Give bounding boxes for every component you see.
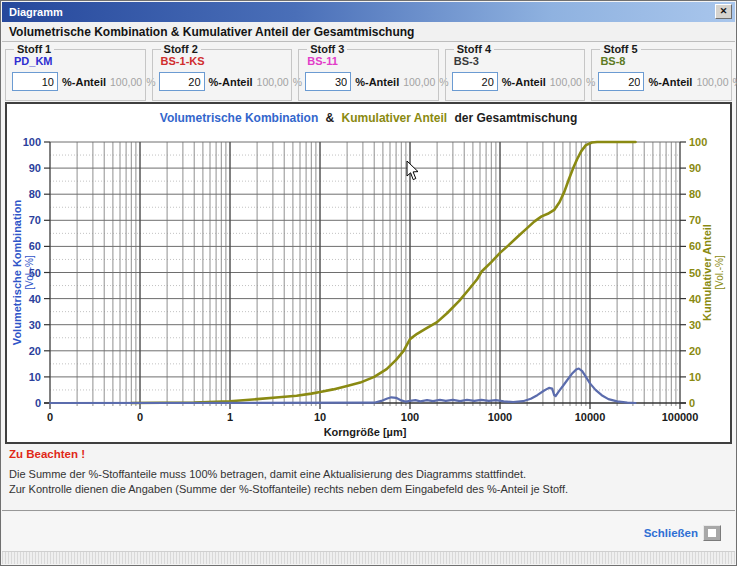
svg-text:50: 50 [689, 267, 701, 279]
material-name-5: BS-8 [600, 55, 725, 67]
close-icon[interactable]: ✕ [715, 4, 732, 19]
svg-text:0: 0 [137, 411, 143, 423]
material-name-4: BS-3 [454, 55, 579, 67]
svg-text:10: 10 [29, 371, 41, 383]
sum-value-5: 100,00 [696, 76, 728, 88]
stoff-1-legend: Stoff 1 [14, 43, 54, 55]
sum-value-3: 100,00 [403, 76, 435, 88]
svg-text:0: 0 [35, 397, 41, 409]
plot-svg: 0011010010001000010000000101020203030404… [7, 130, 730, 442]
svg-text:40: 40 [689, 293, 701, 305]
svg-text:30: 30 [29, 319, 41, 331]
dialog-window: Diagramm ✕ Volumetrische Kombination & K… [0, 0, 737, 566]
sum-value-1: 100,00 [110, 76, 142, 88]
percent-label-1: %-Anteil [62, 76, 106, 88]
svg-text:1000: 1000 [488, 411, 512, 423]
svg-text:90: 90 [689, 162, 701, 174]
percent-label-3: %-Anteil [355, 76, 399, 88]
stoff-5-legend: Stoff 5 [600, 43, 640, 55]
percent-label-5: %-Anteil [648, 76, 692, 88]
dialog-header-title: Volumetrische Kombination & Kumulativer … [9, 25, 414, 39]
stoff-panel-3: Stoff 3 BS-11 %-Anteil 100,00 % [298, 43, 439, 101]
svg-text:40: 40 [29, 293, 41, 305]
svg-text:10: 10 [689, 371, 701, 383]
material-name-1: PD_KM [14, 55, 139, 67]
sum-value-4: 100,00 [550, 76, 582, 88]
sum-unit-5: % [733, 76, 737, 88]
svg-text:80: 80 [689, 188, 701, 200]
svg-text:100000: 100000 [662, 411, 699, 423]
svg-text:0: 0 [689, 397, 695, 409]
svg-text:[Vol.-%]: [Vol.-%] [24, 255, 35, 290]
svg-text:20: 20 [689, 345, 701, 357]
notes-line-1: Die Summe der %-Stoffanteile muss 100% b… [9, 467, 728, 482]
svg-text:20: 20 [29, 345, 41, 357]
chart-title-part-1: Volumetrische Kombination [160, 111, 318, 125]
svg-text:10: 10 [314, 411, 326, 423]
svg-text:Korngröße [µm]: Korngröße [µm] [324, 426, 407, 438]
svg-text:100: 100 [689, 136, 707, 148]
title-bar[interactable]: Diagramm [2, 2, 735, 22]
svg-text:70: 70 [29, 214, 41, 226]
svg-text:100: 100 [23, 136, 41, 148]
mouse-cursor-icon [406, 161, 420, 182]
svg-text:Volumetrische Kombination: Volumetrische Kombination [11, 200, 23, 346]
materials-row: Stoff 1 PD_KM %-Anteil 100,00 % Stoff 2 … [5, 43, 732, 101]
percent-input-4[interactable] [452, 72, 498, 91]
svg-text:60: 60 [689, 240, 701, 252]
close-button[interactable] [703, 525, 721, 541]
svg-text:60: 60 [29, 240, 41, 252]
svg-text:Kumulativer Anteil: Kumulativer Anteil [701, 224, 713, 321]
svg-text:90: 90 [29, 162, 41, 174]
svg-text:10000: 10000 [575, 411, 606, 423]
material-name-3: BS-11 [307, 55, 432, 67]
status-strip [2, 551, 735, 564]
notes-heading: Zu Beachten ! [9, 448, 728, 460]
chart-title-part-3: Kumulativer Anteil [342, 111, 448, 125]
svg-text:0: 0 [47, 411, 53, 423]
svg-text:80: 80 [29, 188, 41, 200]
notes-section: Zu Beachten ! Die Summe der %-Stoffantei… [9, 448, 728, 497]
notes-line-2: Zur Kontrolle dienen die Angaben (Summe … [9, 482, 728, 497]
footer-bar: Schließen [2, 512, 735, 554]
svg-text:[Vol.-%]: [Vol.-%] [714, 255, 725, 290]
svg-text:1: 1 [227, 411, 233, 423]
percent-label-4: %-Anteil [502, 76, 546, 88]
stoff-3-legend: Stoff 3 [307, 43, 347, 55]
svg-text:70: 70 [689, 214, 701, 226]
chart-panel: Volumetrische Kombination & Kumulativer … [5, 102, 732, 444]
stoff-2-legend: Stoff 2 [161, 43, 201, 55]
material-name-2: BS-1-KS [161, 55, 286, 67]
percent-input-2[interactable] [159, 72, 205, 91]
stoff-panel-4: Stoff 4 BS-3 %-Anteil 100,00 % [445, 43, 586, 101]
stoff-panel-2: Stoff 2 BS-1-KS %-Anteil 100,00 % [152, 43, 293, 101]
percent-label-2: %-Anteil [209, 76, 253, 88]
percent-input-1[interactable] [12, 72, 58, 91]
percent-input-5[interactable] [598, 72, 644, 91]
stoff-4-legend: Stoff 4 [454, 43, 494, 55]
sum-value-2: 100,00 [257, 76, 289, 88]
chart-plot: 0011010010001000010000000101020203030404… [7, 130, 730, 442]
dialog-header: Volumetrische Kombination & Kumulativer … [2, 22, 735, 42]
close-button-icon [708, 529, 716, 537]
svg-text:30: 30 [689, 319, 701, 331]
svg-text:100: 100 [401, 411, 419, 423]
chart-title-part-4: der Gesamtmischung [455, 111, 578, 125]
stoff-panel-5: Stoff 5 BS-8 %-Anteil 100,00 % [591, 43, 732, 101]
chart-title: Volumetrische Kombination & Kumulativer … [7, 111, 730, 125]
close-button-label[interactable]: Schließen [644, 527, 698, 539]
window-title: Diagramm [9, 6, 63, 18]
stoff-panel-1: Stoff 1 PD_KM %-Anteil 100,00 % [5, 43, 146, 101]
percent-input-3[interactable] [305, 72, 351, 91]
chart-title-part-2: & [326, 111, 335, 125]
